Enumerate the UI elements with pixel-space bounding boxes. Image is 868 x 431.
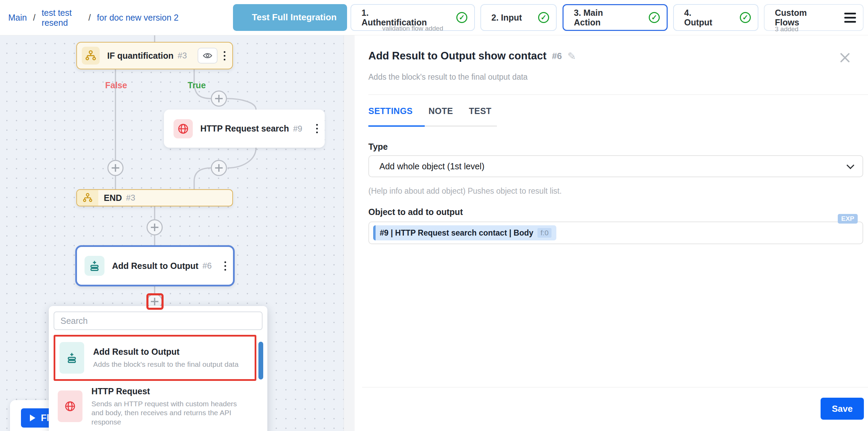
token-function-badge: f:0 — [537, 228, 552, 238]
check-circle-icon: ✓ — [740, 12, 751, 23]
type-label: Type — [368, 142, 388, 152]
value-token-chip[interactable]: #9 | HTTP Request search contact | Body … — [373, 225, 556, 240]
node-title: END — [104, 193, 122, 203]
save-button[interactable]: Save — [821, 398, 864, 420]
step-tab-note: 3 added — [775, 25, 799, 33]
integration-builder-screen: Main / test test resend / for doc new ve… — [0, 0, 868, 431]
step-tab-label: Custom Flows — [775, 8, 816, 27]
step-tab-note: validation flow added — [370, 25, 456, 32]
branch-icon — [77, 190, 98, 206]
panel-tabs: SETTINGS NOTE TEST — [368, 106, 491, 116]
picker-item-add-result[interactable]: Add Result to Output Adds the block's re… — [54, 335, 256, 381]
step-tab-label: 3. Main Action — [574, 8, 617, 27]
canvas-scrollbar-track[interactable] — [344, 35, 355, 431]
node-title: Add Result to Output — [112, 261, 198, 271]
globe-icon — [58, 390, 82, 422]
add-result-icon — [85, 256, 104, 276]
picker-item-description: Sends an HTTP request with custom header… — [91, 399, 239, 427]
divider — [362, 387, 868, 387]
kebab-menu-icon[interactable] — [220, 49, 229, 63]
chevron-down-icon — [847, 161, 855, 169]
menu-icon[interactable] — [844, 13, 856, 23]
step-tab-authentification[interactable]: 1. Authentification ✓ validation flow ad… — [350, 4, 475, 31]
add-block-plus-button[interactable] — [211, 160, 226, 175]
type-select-value: Add whole object (1st level) — [379, 161, 485, 171]
branch-label-false: False — [105, 80, 127, 90]
breadcrumb-main[interactable]: Main — [8, 13, 27, 23]
step-tab-label: 4. Output — [684, 8, 720, 27]
object-field[interactable]: EXP #9 | HTTP Request search contact | B… — [368, 222, 863, 244]
branch-icon — [82, 47, 100, 65]
token-text: #9 | HTTP Request search contact | Body — [380, 228, 533, 238]
check-circle-icon: ✓ — [649, 12, 660, 23]
add-result-icon — [59, 342, 84, 374]
picker-item-description: Adds the block's result to the final out… — [93, 360, 238, 369]
picker-item-title: Add Result to Output — [93, 347, 238, 357]
flow-canvas[interactable]: IF quantification #3 False True HTTP Req… — [0, 35, 344, 431]
check-circle-icon: ✓ — [538, 12, 549, 23]
branch-label-true: True — [188, 80, 206, 90]
node-add-result-to-output[interactable]: Add Result to Output #6 — [75, 245, 235, 286]
expression-mode-badge[interactable]: EXP — [838, 214, 858, 224]
object-label: Object to add to output — [368, 207, 463, 217]
picker-item-http-request[interactable]: HTTP Request Sends an HTTP request with … — [54, 381, 263, 431]
node-id: #3 — [178, 51, 187, 60]
block-settings-panel: Add Result to Output show contact #6 ✎ A… — [355, 35, 868, 431]
check-circle-icon: ✓ — [456, 12, 467, 23]
close-icon[interactable] — [839, 52, 851, 64]
node-id: #9 — [293, 124, 302, 134]
tab-test[interactable]: TEST — [469, 106, 491, 116]
step-tab-label: 1. Authentification — [361, 8, 432, 27]
tab-underline-track — [425, 126, 497, 126]
breadcrumb-separator: / — [88, 13, 91, 23]
step-tab-custom-flows[interactable]: Custom Flows 3 added — [764, 4, 864, 31]
active-tab-underline — [368, 125, 425, 127]
node-http-request-search[interactable]: HTTP Request search #9 — [164, 110, 325, 148]
picker-item-title: HTTP Request — [91, 386, 239, 396]
step-tab-label: 2. Input — [491, 13, 522, 22]
step-tab-main-action[interactable]: 3. Main Action ✓ — [563, 4, 668, 31]
scrollbar-thumb[interactable] — [258, 342, 263, 379]
breadcrumb-separator: / — [33, 13, 35, 23]
divider — [368, 94, 868, 95]
node-end[interactable]: END #3 — [76, 189, 233, 206]
block-picker-popup: Add Result to Output Adds the block's re… — [49, 306, 267, 431]
panel-subtitle: Adds the block's result to the final out… — [368, 72, 527, 82]
tab-settings[interactable]: SETTINGS — [368, 106, 413, 116]
top-bar: Main / test test resend / for doc new ve… — [0, 0, 868, 35]
kebab-menu-icon[interactable] — [221, 259, 230, 273]
node-id: #3 — [126, 193, 135, 203]
add-block-plus-button[interactable] — [211, 91, 226, 106]
test-full-integration-button[interactable]: Test Full Integration — [233, 4, 347, 31]
add-block-plus-button[interactable] — [147, 220, 162, 235]
type-select[interactable]: Add whole object (1st level) — [368, 155, 863, 177]
breadcrumb: Main / test test resend / for doc new ve… — [8, 0, 179, 35]
node-if-quantification[interactable]: IF quantification #3 — [76, 42, 233, 69]
node-id: #6 — [202, 261, 212, 271]
type-help-text: (Help info about add object) Pushes obje… — [368, 186, 562, 196]
globe-icon — [174, 119, 193, 138]
search-input[interactable] — [54, 311, 263, 330]
step-tab-output[interactable]: 4. Output ✓ — [673, 4, 758, 31]
node-title: HTTP Request search — [200, 124, 289, 134]
panel-block-id: #6 — [552, 51, 562, 61]
highlight-box-plus — [146, 293, 164, 310]
step-tab-input[interactable]: 2. Input ✓ — [480, 4, 557, 31]
node-title: IF quantification — [107, 51, 174, 61]
breadcrumb-version[interactable]: for doc new version 2 — [97, 13, 179, 23]
edit-pencil-icon[interactable]: ✎ — [567, 50, 576, 62]
add-block-plus-button[interactable] — [108, 160, 123, 175]
play-icon — [30, 415, 35, 421]
kebab-menu-icon[interactable] — [313, 122, 321, 135]
eye-button[interactable] — [198, 48, 218, 64]
tab-note[interactable]: NOTE — [429, 106, 453, 116]
breadcrumb-flow[interactable]: test test resend — [42, 8, 82, 28]
panel-title: Add Result to Output show contact — [368, 50, 546, 62]
